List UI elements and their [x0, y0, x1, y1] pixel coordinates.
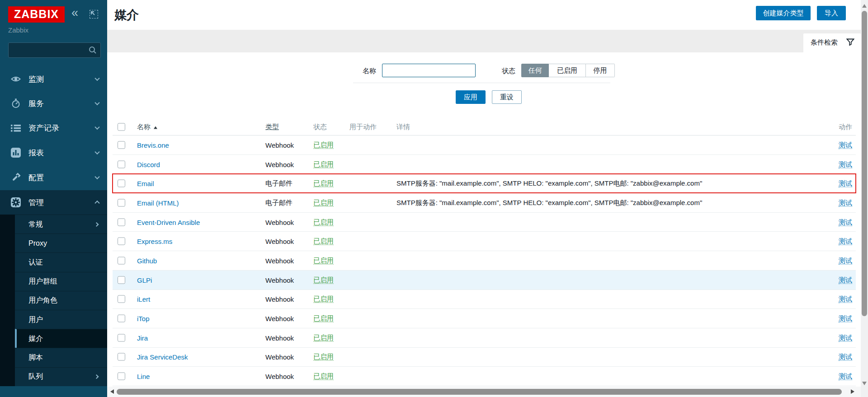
test-button[interactable]: 测试: [839, 179, 852, 187]
vertical-scrollbar-thumb[interactable]: [862, 11, 867, 316]
status-enabled-link[interactable]: 已启用: [313, 295, 334, 303]
status-enabled-link[interactable]: 已启用: [313, 333, 334, 341]
sidebar-item-queue[interactable]: 队列: [15, 367, 107, 386]
status-enabled-link[interactable]: 已启用: [313, 179, 334, 187]
sidebar-item-scripts[interactable]: 脚本: [15, 348, 107, 367]
column-header-status: 状态: [313, 122, 327, 131]
filter-name-input[interactable]: [382, 64, 476, 77]
filter-funnel-icon: [846, 38, 854, 47]
status-enabled-link[interactable]: 已启用: [313, 140, 334, 149]
search-input[interactable]: [12, 44, 85, 56]
row-checkbox[interactable]: [118, 180, 125, 187]
collapse-sidebar-icon[interactable]: «: [71, 6, 78, 19]
vertical-scrollbar[interactable]: [861, 0, 868, 397]
row-checkbox[interactable]: [118, 238, 125, 245]
media-name-link[interactable]: Email: [137, 180, 154, 187]
media-name-link[interactable]: Jira: [137, 334, 148, 341]
expand-sidebar-icon[interactable]: [90, 10, 98, 19]
test-button[interactable]: 测试: [839, 333, 852, 341]
test-button[interactable]: 测试: [839, 295, 852, 303]
column-header-type[interactable]: 类型: [265, 122, 279, 131]
row-checkbox[interactable]: [118, 315, 125, 322]
scroll-up-arrow-icon[interactable]: [862, 4, 867, 8]
media-name-link[interactable]: Jira ServiceDesk: [137, 353, 188, 361]
sidebar-item-reports[interactable]: 报表: [0, 140, 107, 165]
zabbix-logo[interactable]: ZABBIX: [8, 6, 65, 23]
test-button[interactable]: 测试: [839, 256, 852, 264]
filter-tab[interactable]: 条件检索: [803, 33, 861, 52]
sidebar-item-configuration[interactable]: 配置: [0, 165, 107, 190]
sidebar-item-user-roles[interactable]: 用户角色: [15, 291, 107, 310]
test-button[interactable]: 测试: [839, 198, 852, 206]
status-enabled-link[interactable]: 已启用: [313, 218, 334, 226]
sidebar-item-services[interactable]: 服务: [0, 91, 107, 116]
sidebar-item-administration[interactable]: 管理: [0, 190, 107, 215]
media-name-link[interactable]: Line: [137, 373, 150, 380]
test-button[interactable]: 测试: [839, 218, 852, 226]
scroll-down-arrow-icon[interactable]: [862, 382, 867, 385]
sidebar-item-proxy[interactable]: Proxy: [15, 234, 107, 252]
sidebar-item-label: 报表: [28, 148, 44, 158]
row-checkbox[interactable]: [118, 199, 125, 206]
sidebar-item-label: 配置: [28, 173, 44, 183]
select-all-checkbox[interactable]: [118, 123, 125, 131]
horizontal-scrollbar-thumb[interactable]: [117, 389, 842, 395]
scroll-left-arrow-icon[interactable]: [110, 389, 114, 394]
status-toggle: 已启用: [313, 276, 334, 284]
sidebar-item-user-groups[interactable]: 用户群组: [15, 272, 107, 291]
sidebar-item-users[interactable]: 用户: [15, 310, 107, 329]
row-checkbox[interactable]: [118, 373, 125, 380]
row-checkbox[interactable]: [118, 218, 125, 226]
media-name-link[interactable]: iLert: [137, 295, 150, 303]
test-button[interactable]: 测试: [839, 353, 852, 361]
status-enabled-link[interactable]: 已启用: [313, 237, 334, 245]
row-checkbox[interactable]: [118, 160, 125, 168]
status-enabled-link[interactable]: 已启用: [313, 353, 334, 361]
media-name-link[interactable]: Discord: [137, 160, 160, 168]
row-checkbox[interactable]: [118, 257, 125, 264]
media-name-link[interactable]: Brevis.one: [137, 141, 169, 149]
status-option-disabled[interactable]: 停用: [586, 64, 615, 77]
media-name-link[interactable]: iTop: [137, 315, 150, 322]
row-checkbox[interactable]: [118, 353, 125, 361]
sidebar-item-general[interactable]: 常规: [15, 215, 107, 234]
horizontal-scrollbar[interactable]: [107, 387, 861, 397]
status-toggle: 已启用: [313, 237, 334, 246]
test-button[interactable]: 测试: [839, 372, 852, 380]
import-button[interactable]: 导入: [817, 6, 846, 20]
test-button[interactable]: 测试: [839, 140, 852, 149]
test-button[interactable]: 测试: [839, 160, 852, 168]
sidebar-item-inventory[interactable]: 资产记录: [0, 116, 107, 140]
sidebar-search[interactable]: [8, 42, 101, 58]
status-option-any[interactable]: 任何: [521, 64, 549, 77]
status-enabled-link[interactable]: 已启用: [313, 314, 334, 322]
status-enabled-link[interactable]: 已启用: [313, 276, 334, 284]
status-enabled-link[interactable]: 已启用: [313, 256, 334, 264]
sidebar-item-media-types[interactable]: 媒介: [15, 329, 107, 348]
status-enabled-link[interactable]: 已启用: [313, 160, 334, 168]
status-enabled-link[interactable]: 已启用: [313, 372, 334, 380]
status-option-enabled[interactable]: 已启用: [549, 64, 586, 77]
scroll-right-arrow-icon[interactable]: [851, 389, 854, 394]
row-checkbox[interactable]: [118, 276, 125, 284]
row-checkbox[interactable]: [118, 295, 125, 303]
apply-button[interactable]: 应用: [456, 90, 486, 104]
test-button[interactable]: 测试: [839, 314, 852, 322]
test-button[interactable]: 测试: [839, 276, 852, 284]
media-name-link[interactable]: Express.ms: [137, 238, 172, 245]
search-icon[interactable]: [89, 46, 97, 54]
media-name-link[interactable]: Event-Driven Ansible: [137, 218, 200, 226]
row-checkbox[interactable]: [118, 334, 125, 341]
row-checkbox[interactable]: [118, 141, 125, 149]
media-name-link[interactable]: Github: [137, 257, 157, 264]
sidebar-item-authentication[interactable]: 认证: [15, 252, 107, 271]
column-header-name[interactable]: 名称: [137, 122, 157, 131]
create-media-type-button[interactable]: 创建媒介类型: [756, 6, 811, 20]
sidebar-item-monitoring[interactable]: 监测: [0, 67, 107, 91]
reset-button[interactable]: 重设: [492, 90, 522, 104]
media-name-link[interactable]: GLPi: [137, 276, 152, 284]
status-enabled-link[interactable]: 已启用: [313, 198, 334, 206]
media-name-link[interactable]: Email (HTML): [137, 199, 179, 206]
test-button[interactable]: 测试: [839, 237, 852, 245]
stopwatch-icon: [11, 98, 21, 108]
